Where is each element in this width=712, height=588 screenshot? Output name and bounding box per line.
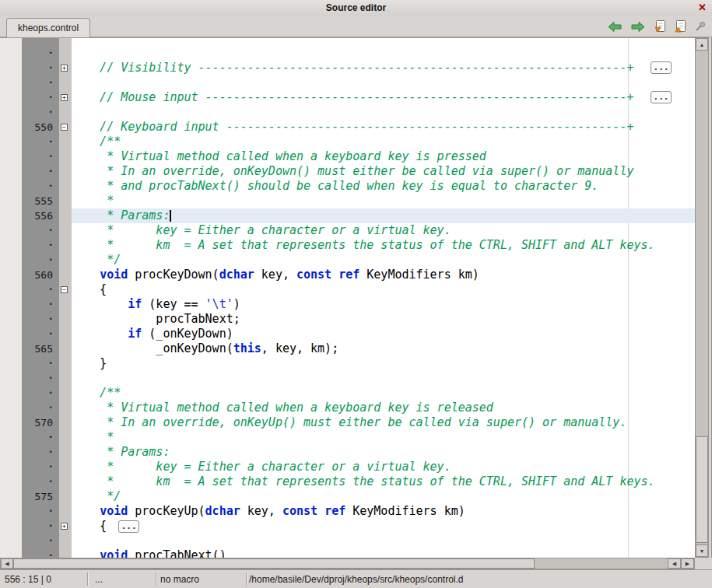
code-line[interactable]: •+ { ... <box>0 519 695 534</box>
window-title: Source editor <box>326 2 386 13</box>
code-line[interactable]: • * and procTabNext() should be called w… <box>0 179 695 194</box>
fold-column <box>59 534 72 548</box>
code-line[interactable]: 575 */ <box>0 489 695 504</box>
code-line[interactable]: • procTabNext; <box>0 312 695 327</box>
tab-label: kheops.control <box>18 23 79 33</box>
line-number: • <box>0 504 59 519</box>
fold-toggle-icon[interactable]: − <box>61 286 68 293</box>
line-number: • <box>0 474 59 489</box>
code-line[interactable]: 565 _onKeyDown(this, key, km); <box>0 341 695 356</box>
scroll-left-icon[interactable]: ◀ <box>1 558 13 569</box>
code-line[interactable]: •+ // Visibility -----------------------… <box>0 61 695 75</box>
code-line[interactable]: • /** <box>0 386 695 401</box>
scroll-right-icon[interactable]: ▶ <box>681 558 694 569</box>
code-text <box>72 75 695 90</box>
folded-code-ellipsis[interactable]: ... <box>651 61 672 74</box>
scroll-up-icon[interactable]: ▲ <box>696 38 708 51</box>
code-line[interactable]: 555 * <box>0 194 695 208</box>
fold-toggle-icon[interactable]: + <box>61 523 68 530</box>
close-window-icon[interactable]: ✕ <box>698 2 707 13</box>
code-line[interactable]: • <box>0 46 695 61</box>
code-line[interactable]: • <box>0 534 695 548</box>
line-number: • <box>0 327 59 341</box>
scroll-down-icon[interactable]: ▼ <box>696 544 708 557</box>
code-line[interactable]: • * key = Either a character or a virtua… <box>0 223 695 238</box>
code-text: * Virtual method called when a keyboard … <box>72 149 695 164</box>
code-line[interactable]: •− { <box>0 282 695 297</box>
code-line[interactable]: • if (_onKeyDown) <box>0 327 695 341</box>
code-line[interactable]: • * In an override, onKeyDown() must eit… <box>0 164 695 179</box>
fold-column: + <box>59 90 72 105</box>
code-line[interactable]: 570 * In an override, onKeyUp() must eit… <box>0 415 695 430</box>
code-text <box>72 534 695 548</box>
code-line[interactable]: • <box>0 371 695 386</box>
pin-button[interactable] <box>694 21 706 33</box>
tab-kheops-control[interactable]: kheops.control <box>6 18 90 37</box>
vertical-scrollbar-thumb[interactable] <box>696 436 708 543</box>
fold-column <box>59 489 72 504</box>
go-forward-button[interactable] <box>630 21 646 33</box>
fold-column <box>59 474 72 489</box>
fold-toggle-icon[interactable]: + <box>61 94 68 101</box>
line-number: • <box>0 135 59 149</box>
code-line[interactable]: • if (key == '\t') <box>0 297 695 312</box>
fold-toggle-icon[interactable]: − <box>61 124 68 131</box>
line-number: • <box>0 61 59 75</box>
line-number: • <box>0 312 59 327</box>
fold-column <box>59 460 72 474</box>
code-line[interactable]: • */ <box>0 253 695 268</box>
line-number: • <box>0 149 59 164</box>
line-number: • <box>0 90 59 105</box>
folded-code-ellipsis[interactable]: ... <box>118 520 139 533</box>
document-load-icon <box>674 20 686 33</box>
fold-column <box>59 223 72 238</box>
code-line[interactable]: • * km = A set that represents the statu… <box>0 474 695 489</box>
code-text <box>72 46 695 61</box>
fold-column <box>59 179 72 194</box>
code-line[interactable]: • * key = Either a character or a virtua… <box>0 460 695 474</box>
fold-column <box>59 430 72 445</box>
fold-toggle-icon[interactable]: + <box>61 65 68 72</box>
save-document-list-button[interactable] <box>654 20 666 33</box>
fold-column <box>59 415 72 430</box>
code-line[interactable]: • * km = A set that represents the statu… <box>0 238 695 253</box>
code-line[interactable]: • } <box>0 356 695 371</box>
code-line[interactable]: 560 void procKeyDown(dchar key, const re… <box>0 268 695 282</box>
fold-column <box>59 548 72 558</box>
code-line[interactable]: • * Virtual method called when a keyboar… <box>0 149 695 164</box>
code-text: * In an override, onKeyDown() must eithe… <box>72 164 695 179</box>
code-line[interactable]: 556 * Params: <box>0 208 695 223</box>
code-line[interactable]: • <box>0 105 695 120</box>
go-back-button[interactable] <box>607 21 623 33</box>
line-number: • <box>0 371 59 386</box>
code-line[interactable]: • * Params: <box>0 445 695 460</box>
fold-column <box>59 105 72 120</box>
code-line[interactable]: •+ // Mouse input ----------------------… <box>0 90 695 105</box>
code-text: * key = Either a character or a virtual … <box>72 460 695 474</box>
code-line[interactable]: 550− // Keyboard input -----------------… <box>0 120 695 135</box>
code-text: /** <box>72 135 695 149</box>
code-text: if (key == '\t') <box>72 297 695 312</box>
line-number: 550 <box>0 120 59 135</box>
code-line[interactable]: • * Virtual method called when a keyboar… <box>0 401 695 415</box>
horizontal-scrollbar[interactable]: ◀ ◀ ▶ <box>0 558 695 569</box>
code-line[interactable]: • <box>0 75 695 90</box>
vertical-scrollbar[interactable]: ▲ ▼ <box>695 37 709 558</box>
code-line[interactable]: • void procKeyUp(dchar key, const ref Ke… <box>0 504 695 519</box>
folded-code-ellipsis[interactable]: ... <box>651 91 672 103</box>
window-titlebar[interactable]: Source editor ✕ <box>0 0 712 16</box>
fold-column <box>59 208 72 223</box>
code-editor[interactable]: ••+ // Visibility ----------------------… <box>0 37 695 558</box>
line-number: • <box>0 179 59 194</box>
horizontal-scrollbar-thumb[interactable] <box>13 558 535 569</box>
status-file-path: /home/basile/Dev/dproj/kheops/src/kheops… <box>247 574 712 585</box>
code-line[interactable]: • * <box>0 430 695 445</box>
load-document-list-button[interactable] <box>674 20 686 33</box>
code-text: { <box>72 282 695 297</box>
code-text: procTabNext; <box>72 312 695 327</box>
line-number: 556 <box>0 208 59 223</box>
code-line[interactable]: • /** <box>0 135 695 149</box>
scroll-left-icon-2[interactable]: ◀ <box>668 558 681 569</box>
code-text: void procKeyUp(dchar key, const ref KeyM… <box>72 504 695 519</box>
code-line[interactable]: • void procTabNext() <box>0 548 695 558</box>
